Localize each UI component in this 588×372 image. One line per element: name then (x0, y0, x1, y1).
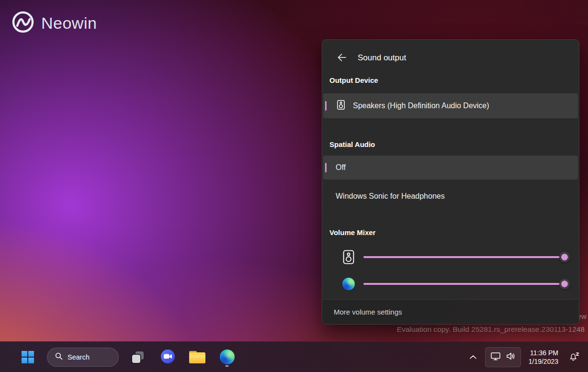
neowin-logo-icon (11, 11, 34, 35)
search-label: Search (68, 353, 90, 361)
desktop: Neowin ew Evaluation copy. Build 25281.r… (0, 0, 588, 372)
search-icon (55, 352, 63, 362)
clock-time: 11:36 PM (529, 349, 558, 357)
slider-thumb[interactable] (559, 252, 570, 262)
chat-button[interactable] (157, 347, 178, 368)
output-device-label: Speakers (High Definition Audio Device) (353, 101, 489, 110)
spatial-audio-option-windows-sonic[interactable]: Windows Sonic for Headphones (323, 184, 578, 208)
network-icon (490, 351, 501, 363)
volume-slider-edge[interactable] (363, 278, 565, 290)
more-volume-settings-link[interactable]: More volume settings (334, 308, 402, 316)
task-view-icon (132, 351, 144, 363)
speaker-icon (337, 100, 345, 112)
spatial-audio-option-label: Off (336, 163, 346, 172)
spatial-audio-header: Spatial Audio (322, 139, 579, 150)
file-explorer-icon (189, 350, 205, 364)
spatial-audio-option-label: Windows Sonic for Headphones (336, 192, 445, 201)
volume-icon (506, 351, 516, 363)
volume-mixer-row-edge (323, 271, 578, 297)
taskbar-app-group: Search (17, 342, 237, 372)
taskbar: Search (0, 341, 588, 372)
search-input[interactable]: Search (47, 348, 119, 367)
output-device-item-speakers[interactable]: Speakers (High Definition Audio Device) (323, 93, 578, 118)
slider-fill (363, 283, 565, 285)
selection-accent-bar (325, 101, 327, 111)
slider-fill (363, 256, 565, 258)
edge-icon (220, 349, 235, 364)
edge-icon[interactable] (342, 276, 355, 292)
windows-logo-icon (22, 351, 34, 363)
chat-video-icon (160, 349, 175, 365)
sound-output-flyout: Sound output Output Device Speakers (Hig… (322, 39, 579, 325)
selection-accent-bar (325, 163, 327, 172)
edge-button[interactable] (216, 347, 237, 368)
system-tray: 11:36 PM 1/19/2023 (466, 342, 583, 372)
notification-center-button[interactable] (566, 348, 583, 367)
file-explorer-button[interactable] (187, 347, 208, 368)
chevron-up-icon (470, 353, 476, 361)
slider-thumb[interactable] (559, 279, 570, 289)
flyout-footer: More volume settings (322, 299, 579, 324)
volume-slider-speakers[interactable] (363, 251, 565, 263)
task-view-button[interactable] (127, 347, 148, 368)
neowin-wordmark: Neowin (41, 14, 97, 33)
neowin-logo: Neowin (11, 11, 97, 35)
running-indicator (226, 365, 229, 367)
clock[interactable]: 11:36 PM 1/19/2023 (526, 347, 561, 368)
volume-mixer-row-speakers (323, 244, 578, 271)
flyout-header: Sound output (322, 40, 579, 65)
tray-overflow-button[interactable] (466, 348, 480, 367)
volume-mixer-header: Volume Mixer (322, 227, 579, 238)
back-arrow-icon (338, 54, 346, 63)
spatial-audio-option-off[interactable]: Off (323, 156, 578, 180)
start-button[interactable] (17, 347, 38, 368)
output-device-header: Output Device (322, 75, 579, 86)
watermark-build-text: Evaluation copy. Build 25281.rs_prerelea… (397, 325, 585, 334)
speaker-icon[interactable] (342, 249, 355, 265)
quick-settings-button[interactable] (485, 347, 521, 367)
back-button[interactable] (335, 51, 349, 65)
flyout-title: Sound output (358, 53, 406, 63)
do-not-disturb-bell-icon (569, 351, 580, 363)
clock-date: 1/19/2023 (529, 357, 558, 366)
